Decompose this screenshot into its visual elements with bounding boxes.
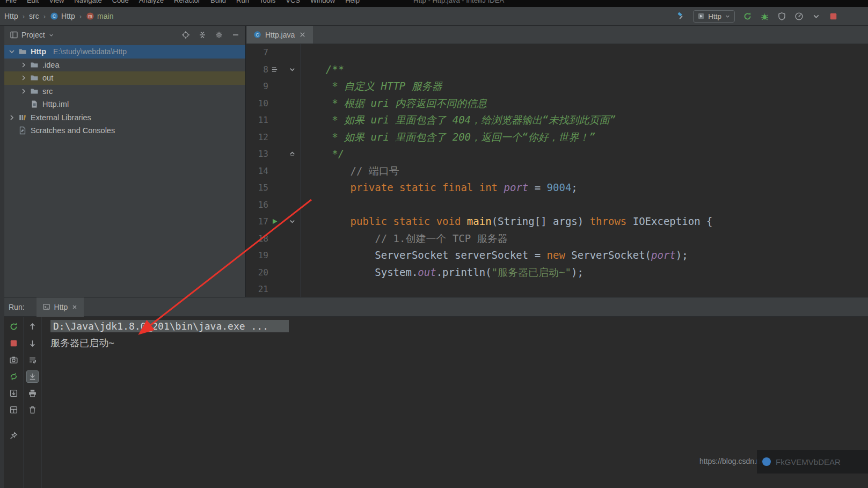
gutter-line-8: 8: [246, 61, 300, 78]
chevron-right-icon[interactable]: [8, 113, 16, 122]
fold-down-icon[interactable]: [288, 65, 296, 74]
collapse-all-icon[interactable]: [198, 31, 207, 39]
doc-render-icon[interactable]: [271, 65, 279, 74]
menu-run[interactable]: Run: [236, 0, 249, 4]
run-config-selector[interactable]: Http: [693, 10, 735, 23]
menu-code[interactable]: Code: [112, 0, 129, 4]
rerun-icon[interactable]: [9, 322, 18, 331]
menu-navigate[interactable]: Navigate: [74, 0, 101, 4]
editor-tab-label: Http.java: [265, 31, 295, 39]
method-icon: m: [86, 12, 94, 20]
chevron-down-icon[interactable]: [812, 12, 821, 21]
gear-icon[interactable]: [215, 31, 223, 39]
line-number: 20: [248, 267, 268, 278]
menu-view[interactable]: View: [49, 0, 64, 4]
chevron-right-icon[interactable]: [19, 74, 28, 82]
build-hammer-icon[interactable]: [676, 12, 685, 20]
tree-item-out[interactable]: out: [4, 71, 245, 85]
chevron-right-icon[interactable]: [19, 61, 28, 69]
fold-down-icon[interactable]: [288, 217, 296, 225]
breadcrumb-item-http[interactable]: CHttp: [48, 12, 77, 20]
run-toolbar-icons: [743, 12, 838, 21]
tree-item--idea[interactable]: .idea: [4, 59, 245, 72]
down-arrow-icon[interactable]: [28, 339, 37, 348]
code-line-8: /**: [301, 61, 868, 78]
menu-edit[interactable]: Edit: [27, 0, 39, 4]
run-tab-http[interactable]: Http: [37, 297, 84, 317]
camera-icon[interactable]: [9, 355, 18, 365]
menu-file[interactable]: File: [5, 0, 17, 4]
tree-item-src[interactable]: src: [4, 85, 245, 98]
debug-icon[interactable]: [760, 12, 769, 21]
chevron-down-icon[interactable]: [48, 32, 54, 38]
editor-code[interactable]: /** * 自定义 HTTP 服务器 * 根据 uri 内容返回不同的信息 * …: [301, 44, 868, 297]
code-token: * 如果 uri 里面包含了 404，给浏览器输出“未找到此页面”: [332, 114, 616, 126]
tree-item-http-iml[interactable]: Http.iml: [4, 98, 245, 111]
menu-analyze[interactable]: Analyze: [139, 0, 164, 4]
pin-icon[interactable]: [9, 431, 18, 440]
code-token: // 1.创建一个 TCP 服务器: [375, 232, 507, 244]
line-number: 15: [248, 183, 268, 193]
project-panel-title: Project: [21, 31, 45, 39]
line-number: 10: [248, 98, 268, 108]
breadcrumb-item-http[interactable]: Http: [3, 12, 20, 20]
fold-up-icon[interactable]: [288, 150, 296, 158]
coverage-icon[interactable]: [777, 12, 786, 21]
run-toolbar-left: [4, 317, 24, 488]
scroll-end-icon[interactable]: [26, 370, 39, 383]
rerun-icon[interactable]: [743, 12, 752, 21]
code-token: * 如果 uri 里面包含了 200，返回一个“你好，世界！”: [332, 131, 595, 143]
code-token: /**: [326, 63, 344, 75]
tree-item-scratches-and-consoles[interactable]: Scratches and Consoles: [4, 124, 245, 137]
restore-layout-icon[interactable]: [9, 389, 18, 398]
console-output-text: 服务器已启动~: [50, 337, 114, 348]
profiler-icon[interactable]: [794, 12, 804, 21]
breadcrumb-item-src[interactable]: src: [27, 12, 41, 20]
soft-wrap-icon[interactable]: [28, 355, 37, 365]
code-line-20: System.out.println("服务器已启动~");: [301, 264, 868, 281]
code-token: throws: [590, 215, 627, 227]
app-run-config-icon: [697, 12, 705, 20]
line-number: 21: [248, 284, 268, 294]
locate-icon[interactable]: [181, 31, 190, 39]
breadcrumb-separator: ›: [23, 12, 25, 20]
chevron-down-icon[interactable]: [8, 47, 16, 56]
print-icon[interactable]: [28, 389, 37, 398]
gutter-line-9: 9: [246, 78, 300, 95]
menu-tools[interactable]: Tools: [259, 0, 275, 4]
breadcrumb-label: Http: [61, 12, 75, 20]
window-title: Http - Http.java - IntelliJ IDEA: [413, 0, 504, 4]
menu-build[interactable]: Build: [210, 0, 226, 4]
code-token: =: [528, 181, 546, 193]
breadcrumb-item-main[interactable]: mmain: [84, 12, 115, 20]
menu-refactor[interactable]: Refactor: [174, 0, 200, 4]
code-token: );: [676, 249, 688, 261]
run-icon[interactable]: [271, 217, 279, 225]
tree-indent-spacer: [8, 126, 16, 135]
stop-icon[interactable]: [829, 12, 838, 21]
editor-tab-bar: C Http.java: [246, 26, 868, 44]
menu-window[interactable]: Window: [310, 0, 335, 4]
minimize-icon[interactable]: [231, 31, 240, 39]
gutter-line-11: 11: [246, 112, 300, 129]
tab-http-java[interactable]: C Http.java: [247, 26, 313, 43]
tree-item-external-libraries[interactable]: External Libraries: [4, 111, 245, 125]
code-line-15: private static final int port = 9004;: [301, 179, 868, 196]
close-icon[interactable]: [298, 31, 307, 39]
menu-help[interactable]: Help: [345, 0, 360, 4]
line-number: 18: [248, 234, 268, 244]
close-icon[interactable]: [71, 304, 78, 310]
iml-file-icon: [30, 100, 39, 108]
trash-icon[interactable]: [28, 405, 37, 414]
up-arrow-icon[interactable]: [28, 322, 37, 331]
gutter-line-12: 12: [246, 129, 300, 146]
menu-vcs[interactable]: VCS: [286, 0, 300, 4]
tree-item-http[interactable]: HttpE:\study\webdata\Http: [4, 45, 245, 59]
code-token: ServerSocket serverSocket =: [301, 249, 547, 261]
code-token: private static final int: [351, 181, 504, 193]
layout-icon[interactable]: [9, 405, 18, 414]
stop-icon[interactable]: [9, 339, 18, 348]
chevron-right-icon[interactable]: [19, 87, 28, 96]
sync-green-icon[interactable]: [9, 372, 18, 381]
editor: C Http.java 789101112131415161718192021 …: [246, 26, 868, 297]
